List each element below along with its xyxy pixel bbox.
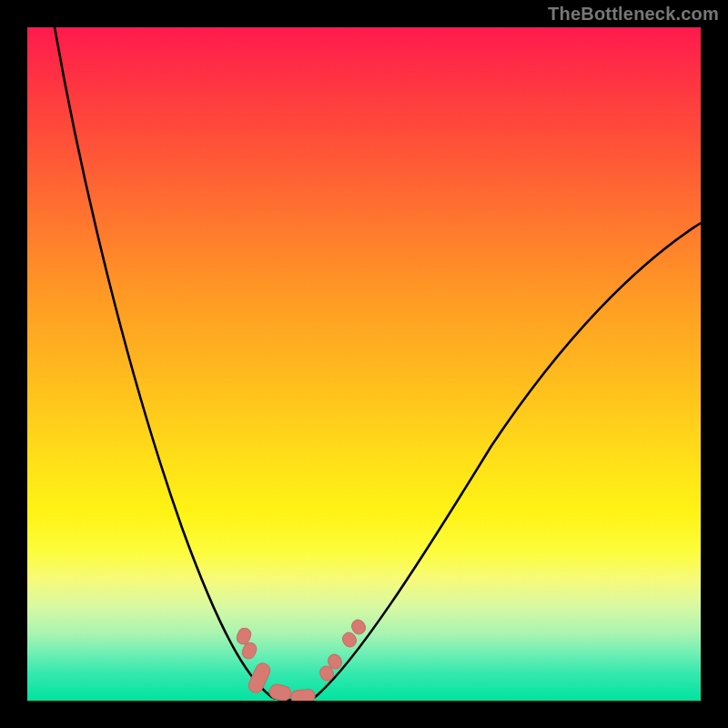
- valley-markers-group: [235, 618, 368, 701]
- left-branch-path: [55, 27, 273, 698]
- outer-frame: TheBottleneck.com: [0, 0, 728, 728]
- valley-marker: [247, 661, 273, 695]
- watermark-text: TheBottleneck.com: [548, 4, 719, 25]
- bottleneck-curve-layer: [27, 27, 701, 701]
- plot-area: [27, 27, 701, 701]
- valley-marker: [290, 689, 315, 701]
- right-branch-path: [314, 223, 701, 698]
